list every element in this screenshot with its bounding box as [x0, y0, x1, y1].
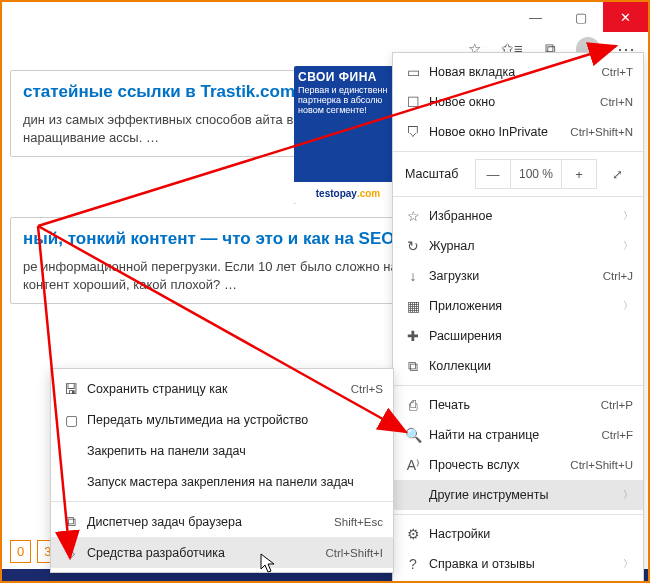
menu-label: Приложения	[429, 299, 623, 313]
menu-label: Избранное	[429, 209, 623, 223]
inprivate-icon: ⛉	[403, 124, 423, 140]
menu-favorites[interactable]: ☆ Избранное 〉	[393, 201, 643, 231]
menu-shortcut: Ctrl+S	[351, 383, 383, 395]
banner-title: СВОИ ФИНА	[298, 70, 398, 84]
submenu-cast[interactable]: ▢ Передать мультимедиа на устройство	[51, 404, 393, 435]
chevron-right-icon: 〉	[623, 488, 633, 502]
menu-label: Диспетчер задач браузера	[87, 515, 334, 529]
menu-downloads[interactable]: ↓ Загрузки Ctrl+J	[393, 261, 643, 291]
pager-0[interactable]: 0	[10, 540, 31, 563]
apps-icon: ▦	[403, 298, 423, 314]
search-icon: 🔍	[403, 427, 423, 443]
menu-label: Новое окно InPrivate	[429, 125, 570, 139]
print-icon: ⎙	[403, 397, 423, 413]
menu-separator	[393, 514, 643, 515]
menu-label: Новая вкладка	[429, 65, 601, 79]
chevron-right-icon: 〉	[623, 557, 633, 571]
menu-separator	[393, 196, 643, 197]
menu-label: Прочесть вслух	[429, 458, 570, 472]
zoom-out-button[interactable]: —	[475, 159, 511, 189]
submenu-pin[interactable]: Закрепить на панели задач	[51, 435, 393, 466]
banner-text: Первая и единственн партнерка в абсолю н…	[298, 86, 398, 116]
zoom-label: Масштаб	[401, 167, 476, 181]
devtools-icon: ⟐	[61, 545, 81, 561]
menu-label: Расширения	[429, 329, 633, 343]
menu-find[interactable]: 🔍 Найти на странице Ctrl+F	[393, 420, 643, 450]
menu-label: Новое окно	[429, 95, 600, 109]
menu-separator	[51, 501, 393, 502]
menu-label: Печать	[429, 398, 601, 412]
cast-icon: ▢	[61, 412, 81, 428]
collections-icon: ⧉	[403, 358, 423, 375]
fullscreen-button[interactable]: ⤢	[599, 159, 635, 189]
submenu-save-page-as[interactable]: 🖫 Сохранить страницу как Ctrl+S	[51, 373, 393, 404]
menu-shortcut: Ctrl+P	[601, 399, 633, 411]
read-aloud-icon: A⁾	[403, 457, 423, 473]
menu-label: Коллекции	[429, 359, 633, 373]
new-tab-icon: ▭	[403, 64, 423, 80]
chevron-right-icon: 〉	[623, 209, 633, 223]
menu-label: Настройки	[429, 527, 633, 541]
menu-shortcut: Ctrl+F	[601, 429, 633, 441]
extensions-icon: ✚	[403, 328, 423, 344]
menu-label: Передать мультимедиа на устройство	[87, 413, 383, 427]
menu-separator	[393, 385, 643, 386]
menu-collections[interactable]: ⧉ Коллекции	[393, 351, 643, 381]
menu-new-window[interactable]: ☐ Новое окно Ctrl+N	[393, 87, 643, 117]
menu-inprivate[interactable]: ⛉ Новое окно InPrivate Ctrl+Shift+N	[393, 117, 643, 147]
window-close-button[interactable]: ✕	[603, 2, 648, 32]
sidebar-banner[interactable]: СВОИ ФИНА Первая и единственн партнерка …	[294, 66, 402, 204]
minimize-icon: —	[529, 10, 542, 25]
menu-shortcut: Ctrl+N	[600, 96, 633, 108]
menu-label: Другие инструменты	[429, 488, 623, 502]
menu-label: Загрузки	[429, 269, 603, 283]
menu-separator	[393, 151, 643, 152]
menu-new-tab[interactable]: ▭ Новая вкладка Ctrl+T	[393, 57, 643, 87]
menu-zoom: Масштаб — 100 % + ⤢	[393, 156, 643, 192]
close-icon: ✕	[620, 10, 631, 25]
menu-help[interactable]: ? Справка и отзывы 〉	[393, 549, 643, 579]
task-manager-icon: ⧉	[61, 513, 81, 530]
submenu-task-manager[interactable]: ⧉ Диспетчер задач браузера Shift+Esc	[51, 506, 393, 537]
menu-label: Журнал	[429, 239, 623, 253]
menu-history[interactable]: ↻ Журнал 〉	[393, 231, 643, 261]
help-icon: ?	[403, 556, 423, 572]
menu-shortcut: Ctrl+Shift+N	[570, 126, 633, 138]
history-icon: ↻	[403, 238, 423, 254]
chevron-right-icon: 〉	[623, 299, 633, 313]
main-menu: ▭ Новая вкладка Ctrl+T ☐ Новое окно Ctrl…	[392, 52, 644, 583]
menu-more-tools[interactable]: Другие инструменты 〉	[393, 480, 643, 510]
menu-label: Найти на странице	[429, 428, 601, 442]
menu-label: Средства разработчика	[87, 546, 325, 560]
menu-apps[interactable]: ▦ Приложения 〉	[393, 291, 643, 321]
star-icon: ☆	[403, 208, 423, 224]
menu-label: Сохранить страницу как	[87, 382, 351, 396]
menu-settings[interactable]: ⚙ Настройки	[393, 519, 643, 549]
chevron-right-icon: 〉	[623, 239, 633, 253]
menu-extensions[interactable]: ✚ Расширения	[393, 321, 643, 351]
download-icon: ↓	[403, 268, 423, 284]
window-titlebar: — ▢ ✕	[513, 2, 648, 32]
menu-print[interactable]: ⎙ Печать Ctrl+P	[393, 390, 643, 420]
submenu-pin-wizard[interactable]: Запуск мастера закрепления на панели зад…	[51, 466, 393, 497]
menu-shortcut: Ctrl+Shift+I	[325, 547, 383, 559]
window-maximize-button[interactable]: ▢	[558, 2, 603, 32]
more-tools-submenu: 🖫 Сохранить страницу как Ctrl+S ▢ Переда…	[50, 368, 394, 573]
maximize-icon: ▢	[575, 10, 587, 25]
menu-shortcut: Shift+Esc	[334, 516, 383, 528]
save-icon: 🖫	[61, 381, 81, 397]
menu-shortcut: Ctrl+Shift+U	[570, 459, 633, 471]
new-window-icon: ☐	[403, 94, 423, 110]
menu-shortcut: Ctrl+T	[601, 66, 633, 78]
window-minimize-button[interactable]: —	[513, 2, 558, 32]
submenu-devtools[interactable]: ⟐ Средства разработчика Ctrl+Shift+I	[51, 537, 393, 568]
menu-read-aloud[interactable]: A⁾ Прочесть вслух Ctrl+Shift+U	[393, 450, 643, 480]
banner-brand: testopay.com	[294, 182, 402, 204]
cursor-icon	[260, 553, 278, 575]
zoom-value: 100 %	[510, 159, 562, 189]
gear-icon: ⚙	[403, 526, 423, 542]
menu-label: Запуск мастера закрепления на панели зад…	[87, 475, 383, 489]
zoom-in-button[interactable]: +	[561, 159, 597, 189]
menu-label: Закрепить на панели задач	[87, 444, 383, 458]
menu-shortcut: Ctrl+J	[603, 270, 633, 282]
